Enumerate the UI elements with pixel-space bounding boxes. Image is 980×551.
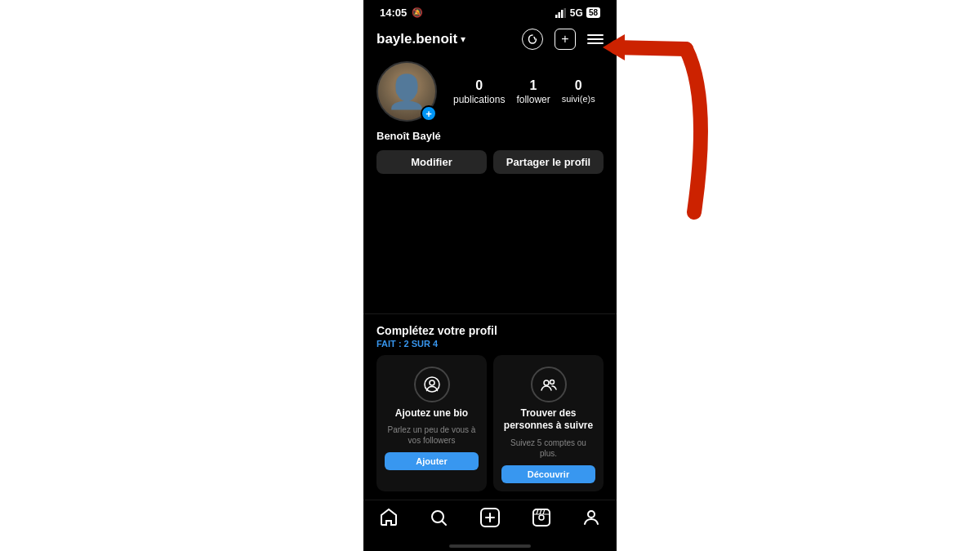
profile-name: Benoît Baylé — [376, 130, 604, 142]
header-icons: + — [522, 29, 604, 50]
share-profile-button[interactable]: Partager le profil — [493, 150, 604, 174]
home-indicator — [449, 544, 531, 548]
svg-point-7 — [550, 380, 554, 384]
phone-frame: 14:05 🔕 5G 58 bayle.benoit ▾ — [363, 0, 617, 551]
nav-reels[interactable] — [532, 508, 551, 527]
publications-stat[interactable]: 0 publications — [453, 78, 505, 105]
svg-rect-0 — [555, 15, 558, 18]
username-area[interactable]: bayle.benoit ▾ — [376, 31, 466, 47]
modify-button[interactable]: Modifier — [376, 150, 487, 174]
followers-stat[interactable]: 1 follower — [516, 78, 550, 105]
avatar-wrapper: + — [376, 61, 437, 122]
add-bio-button[interactable]: Ajouter — [385, 452, 479, 470]
add-story-button[interactable]: + — [421, 105, 437, 122]
svg-rect-3 — [564, 8, 566, 18]
bottom-nav — [363, 500, 617, 544]
nav-create[interactable] — [479, 507, 501, 528]
profile-cards-row: Ajoutez une bio Parlez un peu de vous à … — [376, 355, 604, 491]
profile-buttons: Modifier Partager le profil — [376, 150, 604, 174]
scene: 14:05 🔕 5G 58 bayle.benoit ▾ — [0, 0, 980, 551]
complete-profile-title: Complétez votre profil — [376, 324, 604, 337]
nav-search[interactable] — [429, 508, 448, 527]
hamburger-menu-icon[interactable] — [587, 34, 604, 44]
svg-point-11 — [539, 515, 544, 520]
nav-profile[interactable] — [581, 508, 601, 527]
discover-button[interactable]: Découvrir — [501, 465, 595, 483]
find-people-icon — [531, 367, 567, 402]
complete-profile-subtitle: FAIT : 2 SUR 4 — [376, 339, 604, 349]
app-header: bayle.benoit ▾ + — [363, 22, 617, 56]
chevron-down-icon: ▾ — [461, 33, 466, 45]
bell-icon: 🔕 — [412, 7, 423, 18]
profile-top: + 0 publications 1 follower 0 suivi(e)s — [376, 61, 604, 122]
find-people-card-desc: Suivez 5 comptes ou plus. — [501, 438, 595, 459]
nav-home[interactable] — [379, 508, 399, 527]
find-people-card[interactable]: Trouver des personnes à suivre Suivez 5 … — [493, 355, 604, 491]
svg-point-6 — [544, 380, 549, 385]
signal-icon — [555, 8, 567, 18]
bio-card-desc: Parlez un peu de vous à vos followers — [385, 424, 479, 446]
following-stat[interactable]: 0 suivi(e)s — [562, 78, 595, 105]
progress-highlight: 2 SUR 4 — [404, 339, 439, 349]
status-bar: 14:05 🔕 5G 58 — [363, 0, 617, 22]
red-arrow — [603, 34, 701, 212]
complete-profile-section: Complétez votre profil FAIT : 2 SUR 4 Aj… — [363, 313, 617, 500]
bio-card-title: Ajoutez une bio — [395, 407, 468, 420]
svg-point-5 — [430, 380, 434, 385]
hamburger-line-3 — [587, 42, 604, 44]
username-label: bayle.benoit — [376, 31, 457, 47]
content-grid — [363, 184, 617, 313]
stats-row: 0 publications 1 follower 0 suivi(e)s — [453, 78, 604, 105]
hamburger-line-2 — [587, 38, 604, 40]
add-post-icon[interactable]: + — [555, 29, 576, 50]
svg-point-12 — [588, 511, 595, 518]
threads-icon[interactable] — [522, 29, 543, 50]
find-people-card-title: Trouver des personnes à suivre — [501, 407, 595, 433]
status-indicators: 5G 58 — [555, 7, 600, 19]
add-bio-card[interactable]: Ajoutez une bio Parlez un peu de vous à … — [376, 355, 487, 491]
battery-percent: 58 — [586, 7, 600, 18]
svg-rect-2 — [561, 10, 564, 18]
profile-section: + 0 publications 1 follower 0 suivi(e)s — [363, 56, 617, 184]
svg-rect-1 — [558, 12, 560, 18]
status-time: 14:05 🔕 — [380, 7, 423, 19]
hamburger-line-1 — [587, 34, 604, 36]
bio-icon — [414, 367, 450, 402]
svg-rect-10 — [533, 509, 550, 526]
